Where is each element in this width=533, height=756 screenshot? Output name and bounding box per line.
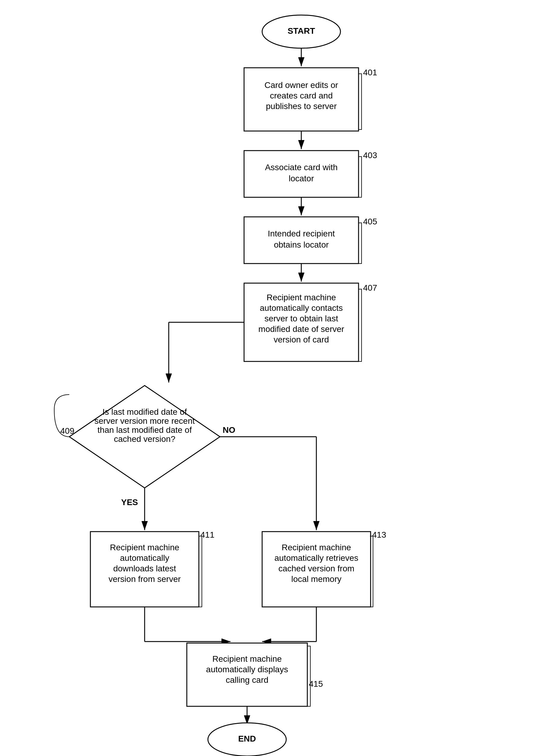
label-401-line1: Card owner edits or — [265, 80, 338, 90]
label-413-line2: automatically retrieves — [274, 553, 358, 563]
label-413-line4: local memory — [291, 574, 341, 584]
ref-415: 415 — [309, 679, 323, 688]
label-407-line4: modified date of server — [259, 324, 344, 334]
ref-407: 407 — [363, 283, 377, 292]
ref-413: 413 — [372, 530, 386, 539]
label-401-line2: creates card and — [270, 91, 333, 100]
label-407-line3: server to obtain last — [265, 314, 338, 323]
label-405-line2: obtains locator — [274, 240, 329, 249]
ref-403: 403 — [363, 150, 377, 160]
start-label: START — [288, 26, 315, 36]
end-label: END — [238, 734, 256, 743]
ref-411: 411 — [200, 530, 214, 539]
ref-401: 401 — [363, 68, 377, 77]
label-403-line2: locator — [289, 174, 314, 183]
flowchart-diagram: START Card owner edits or creates card a… — [0, 0, 533, 756]
label-411-line1: Recipient machine — [110, 543, 179, 552]
label-409-line4: cached version? — [114, 434, 175, 444]
label-415-line1: Recipient machine — [212, 654, 282, 663]
label-405-line1: Intended recipient — [268, 229, 335, 238]
label-401-line3: publishes to server — [266, 101, 337, 111]
ref-405: 405 — [363, 217, 377, 226]
no-label: NO — [223, 425, 235, 435]
label-407-line2: automatically contacts — [260, 303, 343, 313]
ref-409: 409 — [60, 426, 74, 436]
label-409-line3: than last modified date of — [98, 425, 192, 435]
label-407-line5: version of card — [273, 335, 329, 344]
box-415 — [187, 643, 307, 706]
label-413-line1: Recipient machine — [282, 543, 351, 552]
label-413-line3: cached version from — [278, 564, 354, 573]
label-411-line4: version from server — [108, 574, 181, 584]
label-407-line1: Recipient machine — [266, 293, 336, 302]
label-411-line2: automatically — [120, 553, 169, 563]
label-415-line2: automatically displays — [206, 665, 288, 674]
label-409-line1: Is last modified date of — [102, 407, 187, 417]
yes-label: YES — [121, 498, 138, 507]
label-409-line2: server version more recent — [94, 416, 195, 426]
label-403-line1: Associate card with — [265, 163, 337, 172]
label-415-line3: calling card — [226, 675, 268, 685]
label-411-line3: downloads latest — [113, 564, 176, 573]
